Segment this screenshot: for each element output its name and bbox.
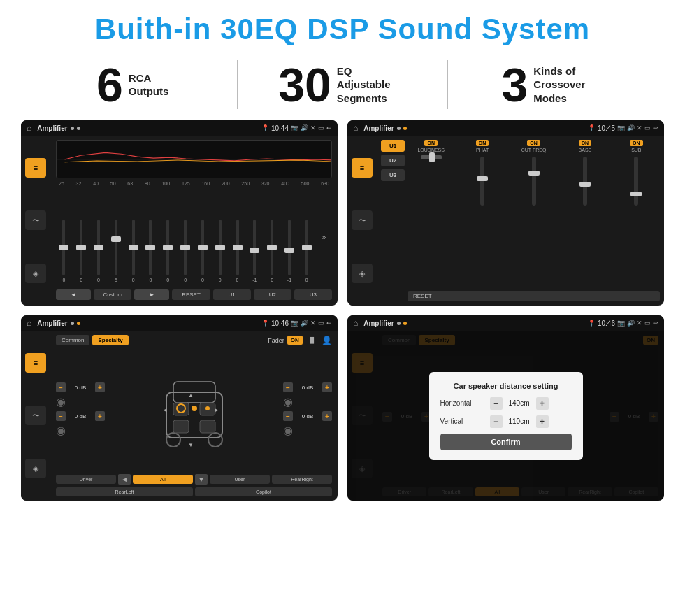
vertical-control: − 110cm + (490, 415, 549, 428)
fader-side-btn-1[interactable]: ≡ (25, 353, 46, 373)
db-plus-3[interactable]: + (322, 382, 332, 392)
eq-prev-btn[interactable]: ◄ (56, 289, 91, 300)
svg-text:◄: ◄ (162, 407, 168, 413)
slider-14[interactable]: -1 (282, 220, 298, 282)
dialog-overlay: Car speaker distance setting Horizontal … (347, 331, 664, 501)
slider-11[interactable]: 0 (229, 220, 245, 282)
eq-side-btn-2[interactable]: 〜 (25, 210, 46, 230)
slider-1[interactable]: 0 (56, 220, 72, 282)
slider-expand[interactable]: » (316, 234, 332, 241)
eq-next-btn[interactable]: ► (134, 289, 169, 300)
eq-u2-btn[interactable]: U2 (254, 289, 291, 300)
db-minus-1[interactable]: − (56, 382, 66, 392)
vertical-minus-btn[interactable]: − (490, 415, 503, 428)
db-plus-2[interactable]: + (95, 411, 105, 421)
eq-reset-btn[interactable]: RESET (172, 289, 210, 300)
db-minus-2[interactable]: − (56, 411, 66, 421)
eq-custom-btn[interactable]: Custom (94, 289, 131, 300)
speaker-icon-2: ◉ (56, 424, 66, 437)
back-icon: ↩ (326, 124, 332, 131)
rearleft-btn[interactable]: RearLeft (56, 487, 193, 496)
fader-side-controls: ≡ 〜 ◈ (21, 331, 50, 501)
ch-phat-label: PHAT (476, 148, 489, 152)
on-badge-cutfreq: ON (527, 140, 540, 146)
horizontal-minus-btn[interactable]: − (490, 397, 503, 410)
xo-reset-btn[interactable]: RESET (408, 291, 660, 301)
fader-side-btn-3[interactable]: ◈ (25, 459, 46, 478)
db-plus-4[interactable]: + (322, 411, 332, 421)
eq-side-btn-3[interactable]: ◈ (25, 264, 46, 283)
db-control-3: − 0 dB + (283, 382, 332, 392)
home-icon: ⌂ (27, 123, 31, 133)
slider-15[interactable]: 0 (298, 220, 315, 282)
ch-loudness-label: LOUDNESS (417, 148, 445, 152)
slider-2[interactable]: 0 (73, 220, 89, 282)
vertical-plus-btn[interactable]: + (536, 415, 549, 428)
db-minus-3[interactable]: − (283, 382, 293, 392)
svg-point-5 (166, 433, 180, 447)
confirm-button[interactable]: Confirm (440, 434, 572, 450)
tab-common[interactable]: Common (56, 335, 89, 345)
all-btn[interactable]: All (133, 475, 193, 484)
driver-btn[interactable]: Driver (56, 475, 116, 484)
slider-8[interactable]: 0 (178, 220, 194, 282)
horizontal-plus-btn[interactable]: + (536, 397, 549, 410)
down-arrow[interactable]: ▼ (195, 474, 208, 485)
xo-ch-bass: ON BASS (561, 140, 608, 206)
eq-u1-btn[interactable]: U1 (213, 289, 251, 300)
eq-side-btn-1[interactable]: ≡ (25, 158, 46, 178)
tab-specialty[interactable]: Specialty (92, 335, 128, 345)
location-icon: 📍 (261, 124, 269, 131)
slider-5[interactable]: 0 (125, 220, 141, 282)
xo-u2-btn[interactable]: U2 (381, 155, 405, 166)
fader-side-btn-2[interactable]: 〜 (25, 406, 46, 425)
svg-rect-9 (173, 420, 189, 433)
eq-sliders: 0 0 0 5 0 0 0 0 0 0 0 -1 0 -1 0 » (56, 189, 332, 285)
xo-presets: U1 U2 U3 (381, 140, 405, 301)
svg-text:▼: ▼ (188, 442, 194, 448)
stat-rca: 6 RCAOutputs (42, 61, 223, 108)
slider-3[interactable]: 0 (91, 220, 107, 282)
camera-icon-d: 📷 (617, 320, 625, 327)
xo-u1-btn[interactable]: U1 (381, 140, 405, 152)
xo-side-btn-3[interactable]: ◈ (352, 264, 373, 283)
slider-7[interactable]: 0 (160, 220, 176, 282)
window-icon-d: ▭ (644, 320, 651, 327)
copilot-btn[interactable]: Copilot (195, 487, 332, 496)
db-minus-4[interactable]: − (283, 411, 293, 421)
back-icon-f: ↩ (326, 320, 332, 327)
slider-9[interactable]: 0 (195, 220, 211, 282)
location-icon-xo: 📍 (588, 124, 596, 131)
xo-side-btn-1[interactable]: ≡ (352, 158, 373, 178)
xo-main: U1 U2 U3 ON LOUDNESS ON PHAT (377, 136, 664, 306)
svg-rect-10 (200, 420, 215, 433)
volume-icon-f: 🔊 (301, 320, 308, 327)
home-icon-fader: ⌂ (27, 318, 31, 328)
page-header: Buith-in 30EQ DSP Sound System (0, 0, 685, 53)
freq-320: 320 (261, 181, 270, 186)
fader-label: Fader (268, 337, 284, 344)
left-arrow[interactable]: ◄ (118, 474, 131, 485)
slider-4[interactable]: 5 (108, 220, 124, 282)
user-btn[interactable]: User (210, 475, 270, 484)
rearright-btn[interactable]: RearRight (272, 475, 332, 484)
freq-630: 630 (321, 181, 329, 186)
dialog-title: Car speaker distance setting (440, 382, 572, 390)
car-diagram: ▲ ▼ ◄ ► (108, 364, 280, 455)
eq-u3-btn[interactable]: U3 (294, 289, 332, 300)
freq-500: 500 (301, 181, 310, 186)
status-bar-dialog: ⌂ Amplifier 📍 10:46 📷 🔊 ✕ ▭ ↩ (347, 315, 664, 331)
vertical-label: Vertical (440, 417, 486, 425)
volume-icon-d: 🔊 (627, 320, 635, 327)
slider-6[interactable]: 0 (143, 220, 159, 282)
slider-13[interactable]: 0 (264, 220, 280, 282)
xo-ch-phat: ON PHAT (459, 140, 505, 206)
db-plus-1[interactable]: + (95, 382, 105, 392)
fader-sliders-icon: ▐▌ (308, 337, 316, 343)
slider-10[interactable]: 0 (212, 220, 228, 282)
xo-side-btn-2[interactable]: 〜 (352, 210, 373, 230)
slider-12[interactable]: -1 (247, 220, 263, 282)
xo-u3-btn[interactable]: U3 (381, 169, 405, 181)
svg-point-13 (192, 406, 197, 411)
xo-content: ≡ 〜 ◈ U1 U2 U3 ON LOUDNESS (347, 136, 664, 306)
